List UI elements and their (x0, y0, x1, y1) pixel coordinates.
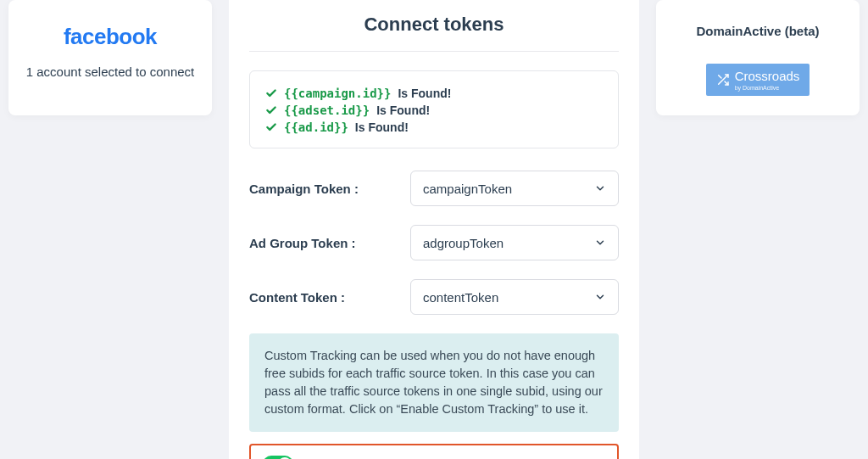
connect-tokens-panel: Connect tokens {{campaign.id}} Is Found!… (229, 0, 639, 459)
destination-card: DomainActive (beta) Crossroads by Domain… (656, 0, 860, 115)
divider (249, 51, 619, 52)
adgroup-token-select[interactable]: adgroupToken (410, 225, 619, 260)
found-status: Is Found! (355, 120, 409, 134)
found-token: {{ad.id}} (284, 120, 348, 134)
traffic-source-card: facebook 1 account selected to connect (8, 0, 212, 115)
enable-custom-tracking-toggle[interactable] (263, 456, 293, 459)
content-token-select[interactable]: contentToken (410, 279, 619, 315)
adgroup-token-row: Ad Group Token : adgroupToken (249, 225, 619, 260)
content-token-label: Content Token : (249, 290, 393, 305)
found-row: {{campaign.id}} Is Found! (265, 87, 603, 100)
check-icon (265, 121, 277, 133)
check-icon (265, 87, 277, 99)
select-value: contentToken (423, 290, 498, 305)
found-row: {{adset.id}} Is Found! (265, 104, 603, 117)
crossroads-sub: by DomainActive (735, 85, 780, 91)
select-value: campaignToken (423, 182, 512, 196)
check-icon (265, 104, 277, 116)
svg-line-2 (718, 76, 721, 78)
campaign-token-row: Campaign Token : campaignToken (249, 171, 619, 206)
crossroads-badge: Crossroads by DomainActive (706, 64, 810, 96)
found-token: {{adset.id}} (284, 104, 370, 117)
page-layout: facebook 1 account selected to connect C… (0, 0, 868, 459)
facebook-logo: facebook (24, 24, 197, 50)
select-value: adgroupToken (423, 236, 504, 250)
chevron-down-icon (594, 182, 606, 194)
content-token-row: Content Token : contentToken (249, 279, 619, 315)
panel-title: Connect tokens (229, 0, 639, 51)
found-token: {{campaign.id}} (284, 87, 391, 100)
found-status: Is Found! (376, 104, 430, 117)
campaign-token-label: Campaign Token : (249, 182, 393, 196)
custom-tracking-info: Custom Tracking can be used when you do … (249, 333, 619, 432)
destination-title: DomainActive (beta) (671, 24, 844, 38)
shuffle-icon (716, 73, 730, 87)
chevron-down-icon (594, 291, 606, 303)
crossroads-main: Crossroads (735, 69, 800, 83)
campaign-token-select[interactable]: campaignToken (410, 171, 619, 206)
tokens-found-box: {{campaign.id}} Is Found! {{adset.id}} I… (249, 70, 619, 148)
enable-custom-tracking-row: Enable Custom Tracking (263, 456, 605, 459)
found-row: {{ad.id}} Is Found! (265, 120, 603, 134)
adgroup-token-label: Ad Group Token : (249, 236, 393, 250)
found-status: Is Found! (398, 87, 451, 100)
chevron-down-icon (594, 237, 606, 249)
account-selected-text: 1 account selected to connect (24, 64, 197, 81)
custom-tracking-section: Enable Custom Tracking {{campaign.id}}|{… (249, 444, 619, 459)
